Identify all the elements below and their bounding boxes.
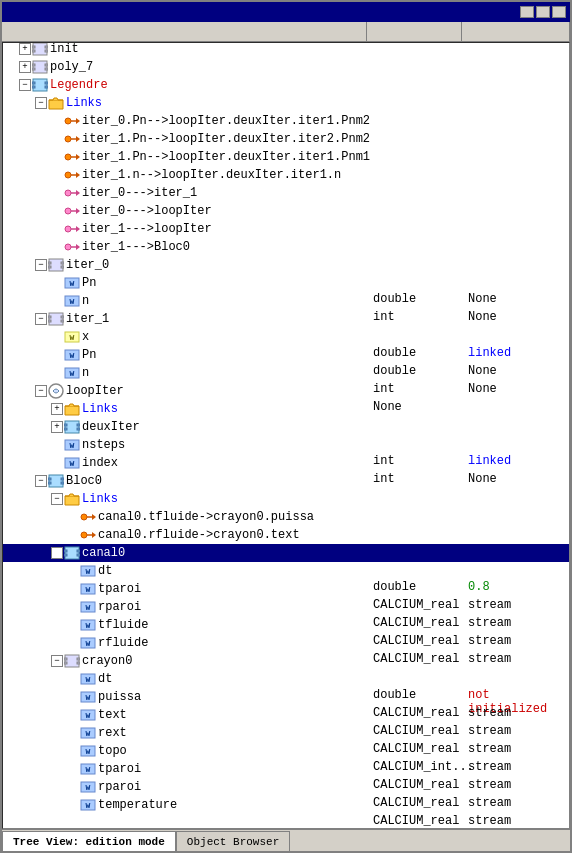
tree-item[interactable]: −crayon0 [3,652,569,670]
tree-row[interactable]: +init [3,42,569,58]
tree-item[interactable]: Wtparoi [3,760,569,778]
collapse-button[interactable]: − [51,655,63,667]
tab-tree-view[interactable]: Tree View: edition mode [2,831,176,851]
tree-row[interactable]: WrextCALCIUM_realstream [3,724,569,742]
tree-row[interactable]: +poly_7 [3,58,569,76]
collapse-button[interactable]: − [19,79,31,91]
tree-row[interactable]: −Legendre [3,76,569,94]
tree-item[interactable]: Wtemperature [3,796,569,814]
tree-item[interactable]: Wtext [3,706,569,724]
tree-row[interactable]: WindexintNone [3,454,569,472]
tree-item[interactable]: Wrparoi [3,598,569,616]
close-button[interactable] [552,6,566,18]
tree-row[interactable]: WtopoCALCIUM_int...stream [3,742,569,760]
tree-item[interactable]: Wrext [3,724,569,742]
tree-row[interactable]: WtemperatureCALCIUM_realstream [3,796,569,814]
tree-item[interactable]: iter_1.Pn-->loopIter.deuxIter.iter2.Pnm2 [3,130,569,148]
tree-item[interactable]: Wn [3,364,569,382]
tree-row[interactable]: WtparoiCALCIUM_realstream [3,760,569,778]
tree-item[interactable]: Wn [3,292,569,310]
collapse-button[interactable]: − [35,385,47,397]
tree-item[interactable]: Wx [3,328,569,346]
tree-item[interactable]: WPn [3,274,569,292]
tree-row[interactable]: iter_0.Pn-->loopIter.deuxIter.iter1.Pnm2 [3,112,569,130]
maximize-button[interactable] [536,6,550,18]
tree-row[interactable]: WtfluideCALCIUM_realstream [3,616,569,634]
tree-item[interactable]: −Links [3,490,569,508]
tree-row[interactable]: WtparoiCALCIUM_realstream [3,580,569,598]
tree-row[interactable]: iter_1.Pn-->loopIter.deuxIter.iter2.Pnm2 [3,130,569,148]
collapse-button[interactable]: − [51,547,63,559]
expand-button[interactable]: + [19,61,31,73]
tree-item[interactable]: iter_1--->loopIter [3,220,569,238]
expand-button[interactable]: + [51,421,63,433]
tree-view-content[interactable]: −proc+Types+Containers+Links+init+poly_7… [2,42,570,829]
tree-item[interactable]: −canal0 [3,544,569,562]
tree-row[interactable]: WtextCALCIUM_realstream [3,706,569,724]
tree-item[interactable]: iter_1.n-->loopIter.deuxIter.iter1.n [3,166,569,184]
tree-item[interactable]: Wrfluide [3,634,569,652]
tree-row[interactable]: WPndoubleNone [3,346,569,364]
tree-row[interactable]: −iter_0 [3,256,569,274]
tree-item[interactable]: WPn [3,346,569,364]
collapse-button[interactable]: − [35,475,47,487]
tree-item[interactable]: Wtopo [3,742,569,760]
tree-row[interactable]: Wnstepsintlinked [3,436,569,454]
tree-row[interactable]: iter_1--->Bloc0 [3,238,569,256]
tree-item[interactable]: iter_1.Pn-->loopIter.deuxIter.iter1.Pnm1 [3,148,569,166]
tree-row[interactable]: WrparoiCALCIUM_realstream [3,778,569,796]
tree-item[interactable]: Wdt [3,562,569,580]
tree-item[interactable]: −iter_0 [3,256,569,274]
tree-item[interactable]: Wrparoi [3,778,569,796]
tree-item[interactable]: −loopIter [3,382,569,400]
tree-row[interactable]: iter_1--->loopIter [3,220,569,238]
expand-button[interactable]: + [19,43,31,55]
tree-row[interactable]: WpuissaCALCIUM_realstream [3,688,569,706]
tree-item[interactable]: iter_0--->loopIter [3,202,569,220]
tree-item[interactable]: +deuxIter [3,418,569,436]
tree-row[interactable]: iter_1.n-->loopIter.deuxIter.iter1.n [3,166,569,184]
tree-item[interactable]: −Bloc0 [3,472,569,490]
tree-row[interactable]: WnintNone [3,364,569,382]
collapse-button[interactable]: − [51,493,63,505]
minimize-button[interactable] [520,6,534,18]
tree-item[interactable]: +init [3,42,569,58]
tree-row[interactable]: +Links [3,400,569,418]
tree-row[interactable]: −iter_1 [3,310,569,328]
tree-row[interactable]: −Bloc0 [3,472,569,490]
tree-row[interactable]: WnintNone [3,292,569,310]
tree-row[interactable]: iter_0--->loopIter [3,202,569,220]
expand-button[interactable]: + [51,403,63,415]
tree-row[interactable]: Wdtdouble0.8 [3,562,569,580]
collapse-button[interactable]: − [35,313,47,325]
tree-row[interactable]: canal0.tfluide->crayon0.puissa [3,508,569,526]
tree-item[interactable]: Windex [3,454,569,472]
tree-item[interactable]: Wtfluide [3,616,569,634]
tree-item[interactable]: −iter_1 [3,310,569,328]
tree-row[interactable]: iter_1.Pn-->loopIter.deuxIter.iter1.Pnm1 [3,148,569,166]
collapse-button[interactable]: − [35,97,47,109]
tree-row[interactable]: iter_0--->iter_1 [3,184,569,202]
tree-item[interactable]: canal0.rfluide->crayon0.text [3,526,569,544]
tree-row[interactable]: −Links [3,94,569,112]
tree-item[interactable]: Wtparoi [3,580,569,598]
tree-row[interactable]: Wdtdoublenot initialized [3,670,569,688]
tree-item[interactable]: Wdt [3,670,569,688]
tree-item[interactable]: iter_1--->Bloc0 [3,238,569,256]
tree-item[interactable]: Wnsteps [3,436,569,454]
tree-row[interactable]: WrparoiCALCIUM_realstream [3,598,569,616]
collapse-button[interactable]: − [35,259,47,271]
tree-item[interactable]: +poly_7 [3,58,569,76]
tree-row[interactable]: WrfluideCALCIUM_realstream [3,634,569,652]
tree-item[interactable]: +Links [3,400,569,418]
tree-row[interactable]: −crayon0 [3,652,569,670]
tree-row[interactable]: WPndoubleNone [3,274,569,292]
tree-item[interactable]: iter_0.Pn-->loopIter.deuxIter.iter1.Pnm2 [3,112,569,130]
tree-item[interactable]: canal0.tfluide->crayon0.puissa [3,508,569,526]
tree-item[interactable]: −Links [3,94,569,112]
tree-row[interactable]: −loopIterNone [3,382,569,400]
tree-row[interactable]: Wxdoublelinked [3,328,569,346]
tree-row[interactable]: −canal0 [3,544,569,562]
tree-row[interactable]: −Links [3,490,569,508]
tree-item[interactable]: Wpuissa [3,688,569,706]
